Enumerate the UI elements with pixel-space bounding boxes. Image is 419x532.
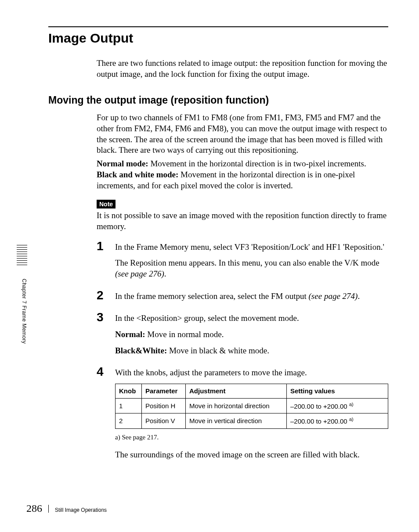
step-1: 1 In the Frame Memory menu, select VF3 '… (97, 240, 388, 285)
subsection-heading: Moving the output image (reposition func… (48, 94, 388, 106)
note-body: It is not possible to save an image move… (97, 210, 388, 232)
step-4: 4 With the knobs, adjust the parameters … (97, 366, 388, 465)
step-1-instruction: In the Frame Memory menu, select VF3 'Re… (115, 242, 388, 253)
cell-param: Position V (142, 413, 186, 429)
step-2: 2 In the frame memory selection area, se… (97, 289, 388, 307)
footer-separator-icon (48, 505, 49, 513)
mode-normal-label: Normal mode: (97, 159, 148, 168)
th-parameter: Parameter (142, 384, 186, 399)
cell-knob: 1 (116, 398, 142, 413)
step-1-result: The Reposition menu appears. In this men… (115, 258, 388, 279)
step-4-instruction: With the knobs, adjust the parameters to… (115, 367, 388, 378)
cell-param: Position H (142, 398, 186, 413)
mode-normal: Normal mode: Movement in the horizontal … (97, 158, 388, 169)
section-title: Image Output (48, 31, 388, 46)
cell-vals: –200.00 to +200.00 a) (287, 413, 388, 429)
step-1-number: 1 (97, 240, 107, 252)
footer-section-title: Still Image Operations (55, 507, 107, 513)
reposition-description: For up to two channels of FM1 to FM8 (on… (97, 112, 388, 156)
page-number: 286 (26, 503, 42, 514)
th-knob: Knob (116, 384, 142, 399)
th-adjustment: Adjustment (186, 384, 287, 399)
page-ref-276: (see page 276) (115, 269, 164, 278)
step-3-number: 3 (97, 311, 107, 324)
mode-bw: Black and white mode: Movement in the ho… (97, 169, 388, 191)
mode-bw-label: Black and white mode: (97, 170, 178, 179)
page-footer: 286 Still Image Operations (26, 503, 107, 514)
cell-knob: 2 (116, 413, 142, 429)
page-ref-274: (see page 274) (309, 291, 358, 301)
cell-vals: –200.00 to +200.00 a) (287, 398, 388, 413)
table-row: 1 Position H Move in horizontal directio… (116, 398, 388, 413)
note-badge: Note (97, 200, 116, 208)
step-4-number: 4 (97, 366, 107, 378)
th-setting-values: Setting values (287, 384, 388, 399)
chapter-sidebar-label: Chapter 7 Frame Memory (21, 279, 27, 344)
top-rule (48, 26, 388, 27)
sidebar-ornament-icon (17, 245, 27, 267)
table-header-row: Knob Parameter Adjustment Setting values (116, 384, 388, 399)
step-2-number: 2 (97, 289, 107, 302)
step-3-option-normal: Normal: Move in normal mode. (115, 329, 388, 340)
table-row: 2 Position V Move in vertical direction … (116, 413, 388, 429)
intro-paragraph: There are two functions related to image… (97, 58, 388, 79)
parameters-table: Knob Parameter Adjustment Setting values… (115, 384, 388, 429)
table-footnote: a) See page 217. (115, 433, 388, 442)
step-3: 3 In the <Reposition> group, select the … (97, 311, 388, 361)
cell-adj: Move in horizontal direction (186, 398, 287, 413)
step-3-option-bw: Black&White: Move in black & white mode. (115, 345, 388, 356)
step-3-instruction: In the <Reposition> group, select the mo… (115, 313, 388, 324)
step-2-instruction: In the frame memory selection area, sele… (115, 291, 388, 302)
after-table-note: The surroundings of the moved image on t… (115, 449, 388, 460)
cell-adj: Move in vertical direction (186, 413, 287, 429)
mode-normal-text: Movement in the horizontal direction is … (148, 159, 366, 168)
